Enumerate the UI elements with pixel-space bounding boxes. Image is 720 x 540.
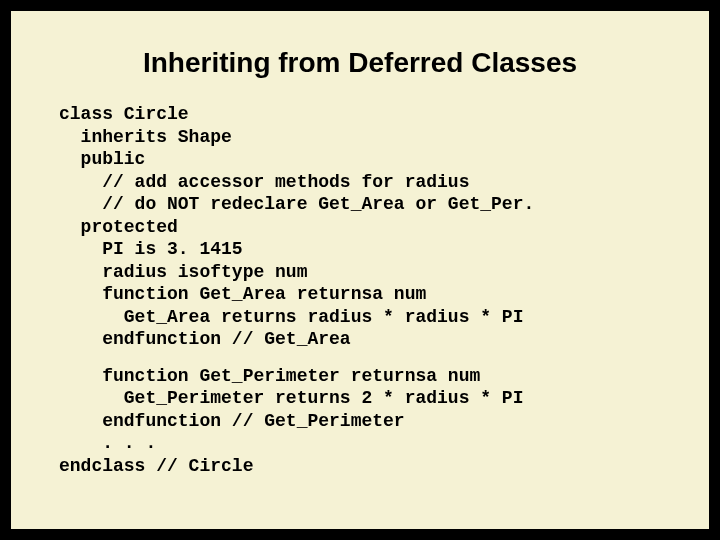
slide-title: Inheriting from Deferred Classes <box>47 47 673 79</box>
code-block-1: class Circle inherits Shape public // ad… <box>59 103 673 351</box>
code-block-2: function Get_Perimeter returnsa num Get_… <box>59 365 673 478</box>
slide-frame: Inheriting from Deferred Classes class C… <box>9 9 711 531</box>
